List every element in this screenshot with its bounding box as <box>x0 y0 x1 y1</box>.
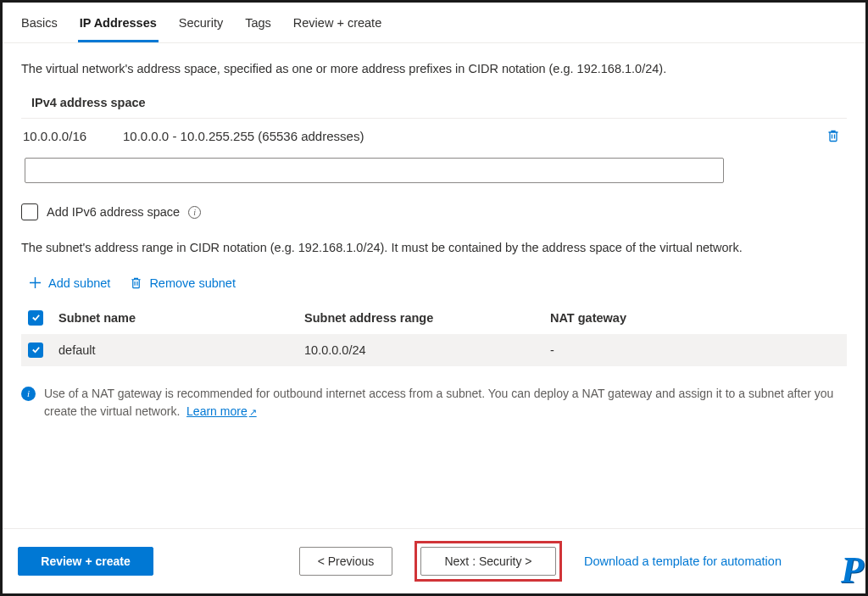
ipv4-section-label: IPv4 address space <box>31 96 847 109</box>
ipv4-range-value: 10.0.0.0 - 10.0.255.255 (65536 addresses… <box>123 129 821 143</box>
col-header-name: Subnet name <box>58 311 304 325</box>
col-header-range: Subnet address range <box>304 311 550 325</box>
tab-strip: Basics IP Addresses Security Tags Review… <box>3 3 865 43</box>
tab-review-create[interactable]: Review + create <box>292 11 383 42</box>
remove-subnet-label: Remove subnet <box>149 276 236 290</box>
previous-button[interactable]: < Previous <box>299 547 392 576</box>
select-all-checkbox[interactable] <box>28 310 43 326</box>
subnet-table-header: Subnet name Subnet address range NAT gat… <box>21 302 847 334</box>
trash-icon <box>826 129 840 142</box>
ipv4-new-address-input[interactable] <box>25 158 724 183</box>
subnet-description: The subnet's address range in CIDR notat… <box>21 239 847 258</box>
ipv6-checkbox-label: Add IPv6 address space <box>47 205 180 219</box>
wizard-footer: Review + create < Previous Next : Securi… <box>3 528 865 593</box>
tab-tags[interactable]: Tags <box>243 11 273 42</box>
row-subnet-name: default <box>58 343 304 357</box>
ipv4-cidr-value: 10.0.0.0/16 <box>23 129 123 143</box>
trash-icon <box>129 276 142 290</box>
remove-subnet-button[interactable]: Remove subnet <box>129 276 236 290</box>
tab-ip-addresses[interactable]: IP Addresses <box>78 11 159 42</box>
nat-gateway-note: i Use of a NAT gateway is recommended fo… <box>21 385 847 421</box>
plus-icon <box>28 276 42 290</box>
learn-more-link[interactable]: Learn more↗ <box>186 404 257 418</box>
next-button[interactable]: Next : Security > <box>420 547 556 576</box>
tab-security[interactable]: Security <box>177 11 225 42</box>
ipv4-address-row: 10.0.0.0/16 10.0.0.0 - 10.0.255.255 (655… <box>21 118 847 156</box>
add-subnet-label: Add subnet <box>48 276 110 290</box>
next-button-highlight: Next : Security > <box>415 541 562 582</box>
ipv6-checkbox[interactable] <box>21 203 38 220</box>
review-create-button[interactable]: Review + create <box>18 547 153 576</box>
subnet-table-row[interactable]: default 10.0.0.0/24 - <box>21 334 847 366</box>
row-subnet-range: 10.0.0.0/24 <box>304 343 550 357</box>
external-link-icon: ↗ <box>249 407 257 417</box>
download-template-link[interactable]: Download a template for automation <box>584 554 782 568</box>
add-subnet-button[interactable]: Add subnet <box>28 276 110 290</box>
ipv6-info-icon[interactable]: i <box>188 206 201 219</box>
address-space-description: The virtual network's address space, spe… <box>21 62 847 75</box>
info-icon: i <box>21 387 36 401</box>
row-subnet-nat: - <box>550 343 840 357</box>
delete-address-button[interactable] <box>821 124 845 148</box>
nat-note-text: Use of a NAT gateway is recommended for … <box>44 387 833 418</box>
col-header-nat: NAT gateway <box>550 311 840 325</box>
row-checkbox[interactable] <box>28 343 43 358</box>
tab-basics[interactable]: Basics <box>19 11 59 42</box>
